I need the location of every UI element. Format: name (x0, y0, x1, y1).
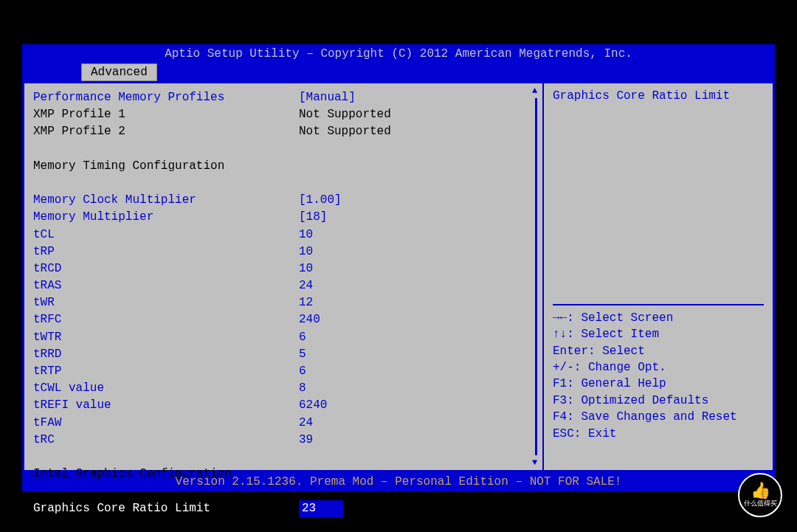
label: tRTP (33, 363, 299, 380)
value: [Manual] (299, 89, 534, 106)
help-f3: F3: Optimized Defaults (553, 393, 764, 409)
scroll-up-icon[interactable]: ▲ (532, 86, 537, 95)
help-esc: ESC: Exit (553, 426, 764, 442)
value: Not Supported (299, 106, 534, 123)
row-tras[interactable]: tRAS 24 (33, 277, 534, 294)
row-twr[interactable]: tWR 12 (33, 294, 534, 311)
help-f4: F4: Save Changes and Reset (553, 409, 764, 425)
watermark-text: 什么值得买 (744, 499, 777, 508)
label: tRAS (33, 277, 299, 294)
value: 24 (299, 415, 534, 432)
help-title: Graphics Core Ratio Limit (553, 89, 764, 103)
value: 10 (299, 260, 534, 277)
help-divider (553, 304, 764, 305)
help-f1: F1: General Help (553, 376, 764, 392)
thumbs-up-icon: 👍 (751, 483, 770, 499)
row-trcd[interactable]: tRCD 10 (33, 260, 534, 277)
bios-screen: Aptio Setup Utility – Copyright (C) 2012… (22, 44, 775, 488)
scroll-down-icon[interactable]: ▼ (532, 458, 537, 467)
value: 6240 (299, 397, 534, 414)
header-mem-timing: Memory Timing Configuration (33, 158, 534, 175)
row-xmp1: XMP Profile 1 Not Supported (33, 106, 534, 123)
row-gfx-ratio-selected[interactable]: Graphics Core Ratio Limit 23 (33, 500, 534, 517)
label: tWTR (33, 329, 299, 346)
label: Memory Clock Multiplier (33, 192, 299, 209)
row-perf-profiles[interactable]: Performance Memory Profiles [Manual] (33, 89, 534, 106)
label: tRCD (33, 260, 299, 277)
row-xmp2: XMP Profile 2 Not Supported (33, 123, 534, 140)
value: 6 (299, 363, 534, 380)
header-intel-gfx: Intel Graphics Configuration (33, 466, 534, 483)
value: 10 (299, 243, 534, 260)
label: tRP (33, 243, 299, 260)
row-tcl[interactable]: tCL 10 (33, 227, 534, 243)
watermark-logo: 👍 什么值得买 (738, 473, 782, 517)
row-trc[interactable]: tRC 39 (33, 432, 534, 449)
scroll-track[interactable] (535, 98, 537, 455)
value: 24 (299, 277, 534, 294)
row-tcwl[interactable]: tCWL value 8 (33, 380, 534, 397)
value: 5 (299, 346, 534, 363)
row-tfaw[interactable]: tFAW 24 (33, 415, 534, 432)
label: Graphics Core Ratio Limit (33, 500, 299, 517)
label: tCL (33, 227, 299, 243)
label: tFAW (33, 415, 299, 432)
label: Performance Memory Profiles (33, 89, 299, 106)
label: tRRD (33, 346, 299, 363)
title-bar: Aptio Setup Utility – Copyright (C) 2012… (22, 44, 775, 63)
row-trp[interactable]: tRP 10 (33, 243, 534, 260)
value: 6 (299, 329, 534, 346)
label: tWR (33, 294, 299, 311)
row-trtp[interactable]: tRTP 6 (33, 363, 534, 380)
value: 12 (299, 294, 534, 311)
main-area: Performance Memory Profiles [Manual] XMP… (22, 81, 775, 472)
value: 8 (299, 380, 534, 397)
label: XMP Profile 1 (33, 106, 299, 123)
value: 240 (299, 311, 534, 328)
tab-row: Advanced (22, 63, 775, 81)
help-change-opt: +/-: Change Opt. (553, 359, 764, 376)
label: tRFC (33, 311, 299, 328)
value: [18] (299, 209, 534, 226)
label: tCWL value (33, 380, 299, 397)
help-select-item: ↑↓: Select Item (553, 326, 764, 342)
value: Not Supported (299, 123, 534, 140)
value: [1.00] (299, 192, 534, 209)
row-trrd[interactable]: tRRD 5 (33, 346, 534, 363)
row-trfc[interactable]: tRFC 240 (33, 311, 534, 328)
value: 10 (299, 227, 534, 243)
value: 39 (299, 432, 534, 449)
row-twtr[interactable]: tWTR 6 (33, 329, 534, 346)
label: tREFI value (33, 397, 299, 414)
value: 23 (299, 500, 534, 517)
help-panel: Graphics Core Ratio Limit →←: Select Scr… (544, 83, 773, 470)
settings-panel: Performance Memory Profiles [Manual] XMP… (24, 83, 544, 470)
help-select-screen: →←: Select Screen (553, 310, 764, 326)
tab-advanced[interactable]: Advanced (81, 63, 157, 81)
scrollbar[interactable]: ▲ ▼ (532, 86, 541, 467)
label: Memory Multiplier (33, 209, 299, 226)
row-trefi[interactable]: tREFI value 6240 (33, 397, 534, 414)
row-mem-clock-mult[interactable]: Memory Clock Multiplier [1.00] (33, 192, 534, 209)
row-mem-mult[interactable]: Memory Multiplier [18] (33, 209, 534, 226)
label: XMP Profile 2 (33, 123, 299, 140)
help-enter: Enter: Select (553, 343, 764, 359)
label: tRC (33, 432, 299, 449)
